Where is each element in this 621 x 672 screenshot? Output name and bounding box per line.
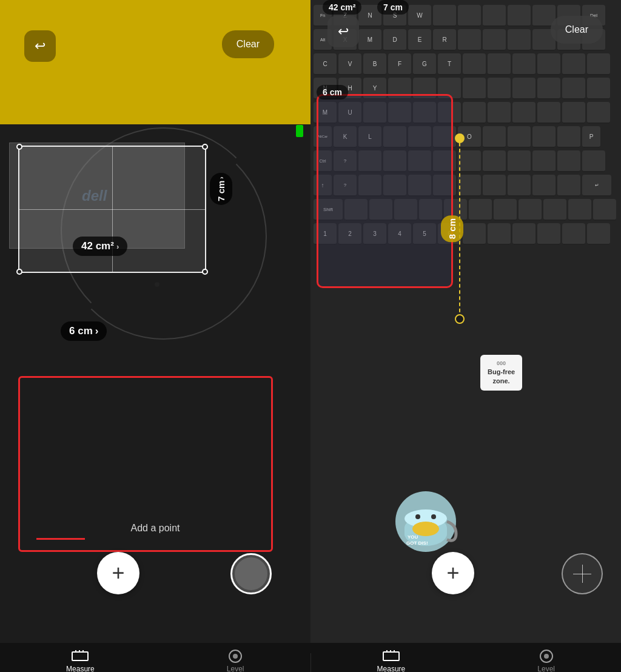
level-icon-shape bbox=[229, 650, 242, 663]
key-blank25 bbox=[587, 53, 610, 75]
tab-level-right[interactable]: Level bbox=[537, 650, 555, 672]
height-value: 6 cm bbox=[69, 325, 93, 337]
key-blank24 bbox=[562, 53, 585, 75]
clear-label: Clear bbox=[237, 39, 260, 49]
key-blank38 bbox=[587, 78, 610, 99]
tab-measure-right[interactable]: Measure bbox=[377, 650, 406, 672]
area-label-left[interactable]: 42 cm² › bbox=[73, 237, 127, 256]
key-enter: ↵ bbox=[582, 175, 611, 197]
key-f: F bbox=[388, 53, 411, 75]
bug-free-sticker: 000 Bug-freezone. bbox=[480, 355, 522, 391]
key-e: E bbox=[408, 29, 431, 51]
width-label-right-top: 7 cm bbox=[377, 0, 409, 15]
key-blank4 bbox=[508, 5, 531, 27]
ruler-icon bbox=[72, 651, 89, 661]
width-value: 7 cm bbox=[216, 181, 226, 201]
key-blank98 bbox=[543, 199, 566, 221]
ruler-icon-right bbox=[383, 651, 400, 661]
key-blank112 bbox=[512, 223, 535, 245]
shutter-button[interactable] bbox=[230, 553, 272, 594]
center-dot bbox=[155, 282, 159, 287]
key-blank96 bbox=[494, 199, 517, 221]
key-blank87 bbox=[508, 175, 531, 197]
clear-button-left[interactable]: Clear bbox=[222, 30, 274, 58]
touchpad-right bbox=[317, 94, 453, 288]
key-blank113 bbox=[537, 223, 560, 245]
area-top-value: 42 cm² bbox=[329, 2, 355, 12]
key-blank95 bbox=[469, 199, 492, 221]
key-blank45 bbox=[488, 102, 511, 124]
key-blank46 bbox=[512, 102, 535, 124]
svg-point-6 bbox=[431, 514, 436, 519]
key-blank3 bbox=[483, 5, 506, 27]
target-cross-icon bbox=[573, 565, 591, 583]
key-d: D bbox=[383, 29, 406, 51]
key-blank70 bbox=[582, 150, 605, 172]
key-blank115 bbox=[587, 223, 610, 245]
key-blank111 bbox=[488, 223, 511, 245]
key-blank114 bbox=[562, 223, 585, 245]
key-blank99 bbox=[568, 199, 591, 221]
key-p: P bbox=[582, 126, 600, 148]
key-blank68 bbox=[532, 150, 556, 172]
height-chevron: › bbox=[95, 325, 99, 337]
key-blank67 bbox=[508, 150, 531, 172]
right-panel: Fn Z N S W Del Alt X M bbox=[310, 0, 621, 643]
key-blank49 bbox=[587, 102, 610, 124]
level-icon-shape-right bbox=[540, 650, 553, 663]
height-label-left[interactable]: 6 cm › bbox=[61, 321, 107, 341]
key-row-3: C V B F G T bbox=[314, 53, 618, 75]
key-blank36 bbox=[537, 78, 560, 99]
width-label-left[interactable]: 7 cm › bbox=[210, 173, 232, 205]
corner-dot-tl bbox=[16, 144, 22, 150]
line-length-label[interactable]: 8 cm bbox=[441, 215, 463, 242]
key-m: M bbox=[358, 29, 381, 51]
key-blank21 bbox=[488, 53, 511, 75]
bug-free-text: Bug-freezone. bbox=[488, 368, 515, 386]
key-blank89 bbox=[557, 175, 580, 197]
left-tab-section: Measure Level bbox=[0, 650, 310, 672]
plus-icon: + bbox=[112, 560, 124, 586]
add-point-button-right[interactable]: + bbox=[432, 552, 474, 594]
corner-dot-bl bbox=[16, 269, 22, 275]
key-blank97 bbox=[519, 199, 542, 221]
svg-text:GOT DIS!: GOT DIS! bbox=[406, 540, 428, 546]
key-blank23 bbox=[537, 53, 560, 75]
back-button-right[interactable]: ↩ bbox=[327, 16, 359, 47]
key-v: V bbox=[338, 53, 361, 75]
shutter-inner bbox=[235, 557, 267, 590]
key-blank66 bbox=[483, 150, 506, 172]
key-blank65 bbox=[458, 150, 481, 172]
key-blank88 bbox=[532, 175, 556, 197]
tab-level-left[interactable]: Level bbox=[227, 650, 244, 672]
plus-icon-right: + bbox=[446, 560, 459, 586]
clear-button-right[interactable]: Clear bbox=[551, 16, 603, 44]
area-chevron: › bbox=[116, 242, 119, 251]
key-blank69 bbox=[557, 150, 580, 172]
key-blank86 bbox=[483, 175, 506, 197]
key-blank47 bbox=[537, 102, 560, 124]
key-c: C bbox=[314, 53, 337, 75]
area-value: 42 cm² bbox=[81, 240, 114, 252]
measure-icon-right bbox=[383, 650, 400, 662]
add-point-button[interactable]: + bbox=[97, 552, 139, 594]
key-blank11 bbox=[483, 29, 506, 51]
measure-label-left: Measure bbox=[66, 665, 95, 672]
level-label-left: Level bbox=[227, 665, 244, 672]
back-button-left[interactable]: ↩ bbox=[24, 30, 56, 62]
height-label-right: 6 cm bbox=[317, 85, 348, 99]
key-blank34 bbox=[488, 78, 511, 99]
level-label-right: Level bbox=[537, 665, 555, 672]
left-panel: dell 42 cm² › 7 cm › 6 cm › bbox=[0, 0, 310, 643]
target-button-right[interactable] bbox=[562, 553, 603, 594]
clear-right-label: Clear bbox=[565, 24, 588, 35]
measure-dot-top bbox=[455, 133, 465, 143]
key-blank55 bbox=[557, 126, 580, 148]
tab-measure-left[interactable]: Measure bbox=[66, 650, 95, 672]
key-g: G bbox=[413, 53, 436, 75]
height-right-value: 6 cm bbox=[323, 87, 342, 97]
add-point-label: Add a point bbox=[0, 523, 310, 534]
corner-dot-tr bbox=[202, 144, 208, 150]
level-icon-right bbox=[538, 650, 555, 662]
line-length-value: 8 cm bbox=[447, 218, 457, 239]
